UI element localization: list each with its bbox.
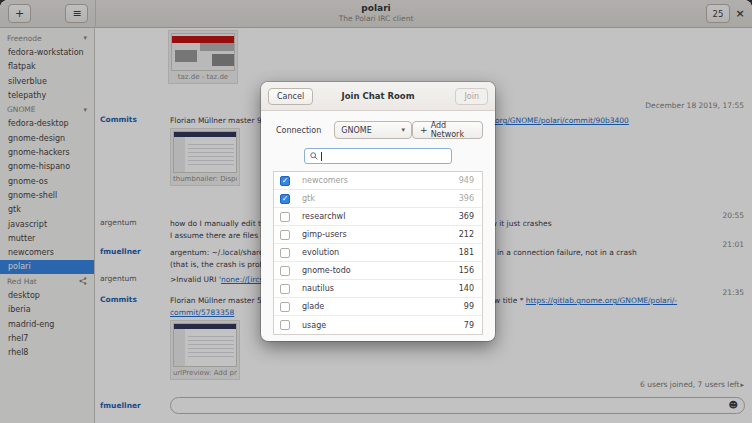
room-row-gtk[interactable]: ✓gtk396 bbox=[274, 190, 482, 208]
room-name: usage bbox=[302, 321, 464, 330]
checkmark-icon: ✓ bbox=[282, 177, 289, 185]
add-network-label: Add Network bbox=[431, 121, 475, 139]
connection-label: Connection bbox=[276, 126, 321, 135]
text-caret bbox=[321, 152, 322, 161]
room-name: nautilus bbox=[302, 284, 459, 293]
room-row-glade[interactable]: glade99 bbox=[274, 298, 482, 316]
room-row-gimp-users[interactable]: gimp-users212 bbox=[274, 226, 482, 244]
room-row-newcomers[interactable]: ✓newcomers949 bbox=[274, 172, 482, 190]
room-row-researchwl[interactable]: researchwl369 bbox=[274, 208, 482, 226]
room-name: glade bbox=[302, 302, 464, 311]
room-user-count: 949 bbox=[459, 176, 474, 185]
room-user-count: 140 bbox=[459, 284, 474, 293]
room-user-count: 99 bbox=[464, 302, 474, 311]
room-checkbox[interactable] bbox=[280, 302, 290, 312]
room-checkbox[interactable] bbox=[280, 230, 290, 240]
search-icon bbox=[310, 152, 318, 160]
room-row-gnome-todo[interactable]: gnome-todo156 bbox=[274, 262, 482, 280]
room-name: gimp-users bbox=[302, 230, 459, 239]
connection-value: GNOME bbox=[341, 126, 401, 135]
room-user-count: 79 bbox=[464, 321, 474, 330]
room-checkbox[interactable] bbox=[280, 212, 290, 222]
plus-icon: + bbox=[420, 126, 428, 134]
room-name: evolution bbox=[302, 248, 459, 257]
room-name: gtk bbox=[302, 194, 459, 203]
room-row-evolution[interactable]: evolution181 bbox=[274, 244, 482, 262]
room-user-count: 396 bbox=[459, 194, 474, 203]
room-checkbox[interactable] bbox=[280, 266, 290, 276]
room-checkbox[interactable]: ✓ bbox=[280, 194, 290, 204]
dialog-header: Cancel Join Chat Room Join bbox=[261, 82, 495, 111]
join-chat-room-dialog: Cancel Join Chat Room Join Connection GN… bbox=[261, 82, 495, 341]
chevron-down-icon: ▾ bbox=[402, 126, 406, 134]
dialog-body: Connection GNOME ▾ + Add Network bbox=[261, 111, 495, 335]
room-row-nautilus[interactable]: nautilus140 bbox=[274, 280, 482, 298]
room-checkbox[interactable] bbox=[280, 320, 290, 330]
dialog-title: Join Chat Room bbox=[341, 91, 414, 101]
connection-dropdown[interactable]: GNOME ▾ bbox=[334, 121, 412, 139]
room-user-count: 156 bbox=[459, 266, 474, 275]
room-search-input[interactable] bbox=[304, 148, 452, 164]
room-checkbox[interactable]: ✓ bbox=[280, 176, 290, 186]
cancel-button[interactable]: Cancel bbox=[268, 88, 313, 105]
checkmark-icon: ✓ bbox=[282, 195, 289, 203]
room-user-count: 212 bbox=[459, 230, 474, 239]
connection-row: Connection GNOME ▾ + Add Network bbox=[273, 120, 483, 140]
add-network-button[interactable]: + Add Network bbox=[412, 121, 483, 139]
join-button[interactable]: Join bbox=[455, 88, 488, 105]
room-row-usage[interactable]: usage79 bbox=[274, 316, 482, 334]
room-user-count: 369 bbox=[459, 212, 474, 221]
room-checkbox[interactable] bbox=[280, 248, 290, 258]
room-user-count: 181 bbox=[459, 248, 474, 257]
room-name: researchwl bbox=[302, 212, 459, 221]
room-name: gnome-todo bbox=[302, 266, 459, 275]
search-row bbox=[273, 148, 483, 164]
room-name: newcomers bbox=[302, 176, 459, 185]
polari-window: + ≡ polari The Polari IRC client 25 × Fr… bbox=[0, 0, 752, 423]
dialog-room-list: ✓newcomers949✓gtk396researchwl369gimp-us… bbox=[273, 171, 483, 335]
room-checkbox[interactable] bbox=[280, 284, 290, 294]
